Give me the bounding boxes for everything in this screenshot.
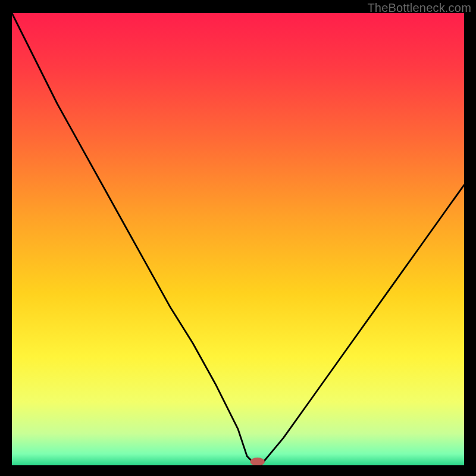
watermark-text: TheBottleneck.com bbox=[367, 1, 471, 15]
gradient-background bbox=[12, 13, 464, 465]
chart-svg bbox=[12, 13, 464, 465]
plot-area bbox=[12, 13, 464, 465]
chart-frame: TheBottleneck.com bbox=[0, 0, 476, 476]
